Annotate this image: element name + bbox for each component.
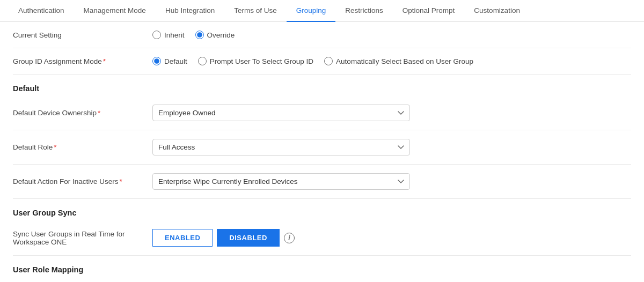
- prompt-radio[interactable]: [198, 57, 207, 65]
- required-marker: *: [98, 109, 100, 117]
- inherit-label: Inherit: [164, 31, 185, 39]
- default-role-label: Default Role*: [13, 143, 152, 151]
- current-setting-controls: Inherit Override: [152, 31, 235, 39]
- auto-label: Automatically Select Based on User Group: [336, 57, 473, 65]
- tab-authentication[interactable]: Authentication: [9, 0, 74, 22]
- device-ownership-label: Default Device Ownership*: [13, 109, 152, 117]
- current-setting-row: Current Setting Inherit Override: [13, 22, 631, 48]
- tab-restrictions[interactable]: Restrictions: [335, 0, 393, 22]
- sync-label: Sync User Groups in Real Time for Worksp…: [13, 230, 152, 246]
- group-id-assignment-row: Group ID Assignment Mode* Default Prompt…: [13, 48, 631, 75]
- tab-navigation: Authentication Management Mode Hub Integ…: [0, 0, 644, 22]
- info-icon[interactable]: i: [284, 233, 295, 243]
- default-radio[interactable]: [152, 57, 161, 65]
- current-setting-label: Current Setting: [13, 31, 152, 39]
- user-group-sync-heading: User Group Sync: [13, 199, 631, 220]
- inactive-users-select[interactable]: Enterprise Wipe Currently Enrolled Devic…: [152, 173, 410, 190]
- default-option[interactable]: Default: [152, 57, 187, 65]
- prompt-label: Prompt User To Select Group ID: [210, 57, 313, 65]
- group-id-label: Group ID Assignment Mode*: [13, 57, 152, 65]
- default-role-row: Default Role* Full Access Read Only No A…: [13, 130, 631, 165]
- disabled-button[interactable]: DISABLED: [217, 229, 279, 247]
- inactive-users-label: Default Action For Inactive Users*: [13, 177, 152, 185]
- device-ownership-select[interactable]: Employee Owned Corporate Owned Unknown: [152, 105, 410, 121]
- override-label: Override: [207, 31, 235, 39]
- device-ownership-controls: Employee Owned Corporate Owned Unknown: [152, 105, 410, 121]
- auto-option[interactable]: Automatically Select Based on User Group: [324, 57, 473, 65]
- required-marker: *: [54, 143, 56, 151]
- page-content: Current Setting Inherit Override Group I…: [0, 22, 644, 282]
- required-marker: *: [120, 177, 122, 185]
- directory-mapping-row: Enable Directory Group-Based Mapping: [13, 277, 631, 282]
- enabled-button[interactable]: ENABLED: [152, 229, 213, 247]
- default-role-select[interactable]: Full Access Read Only No Access: [152, 139, 410, 155]
- inherit-option[interactable]: Inherit: [152, 31, 185, 39]
- default-section-heading: Default: [13, 75, 631, 96]
- required-marker: *: [103, 57, 106, 65]
- device-ownership-row: Default Device Ownership* Employee Owned…: [13, 96, 631, 130]
- inactive-users-controls: Enterprise Wipe Currently Enrolled Devic…: [152, 173, 410, 190]
- tab-customization[interactable]: Customization: [464, 0, 530, 22]
- inactive-users-row: Default Action For Inactive Users* Enter…: [13, 165, 631, 199]
- group-id-controls: Default Prompt User To Select Group ID A…: [152, 57, 473, 65]
- inherit-radio[interactable]: [152, 31, 161, 39]
- sync-toggle-group: ENABLED DISABLED i: [152, 229, 295, 247]
- override-option[interactable]: Override: [195, 31, 235, 39]
- default-label: Default: [164, 57, 187, 65]
- override-radio[interactable]: [195, 31, 204, 39]
- tab-terms-of-use[interactable]: Terms of Use: [224, 0, 287, 22]
- user-role-mapping-heading: User Role Mapping: [13, 256, 631, 277]
- prompt-option[interactable]: Prompt User To Select Group ID: [198, 57, 313, 65]
- tab-hub-integration[interactable]: Hub Integration: [156, 0, 224, 22]
- auto-radio[interactable]: [324, 57, 333, 65]
- tab-optional-prompt[interactable]: Optional Prompt: [393, 0, 465, 22]
- sync-row: Sync User Groups in Real Time for Worksp…: [13, 220, 631, 256]
- sync-controls: ENABLED DISABLED i: [152, 229, 295, 247]
- tab-management-mode[interactable]: Management Mode: [74, 0, 156, 22]
- tab-grouping[interactable]: Grouping: [287, 0, 336, 22]
- default-role-controls: Full Access Read Only No Access: [152, 139, 410, 155]
